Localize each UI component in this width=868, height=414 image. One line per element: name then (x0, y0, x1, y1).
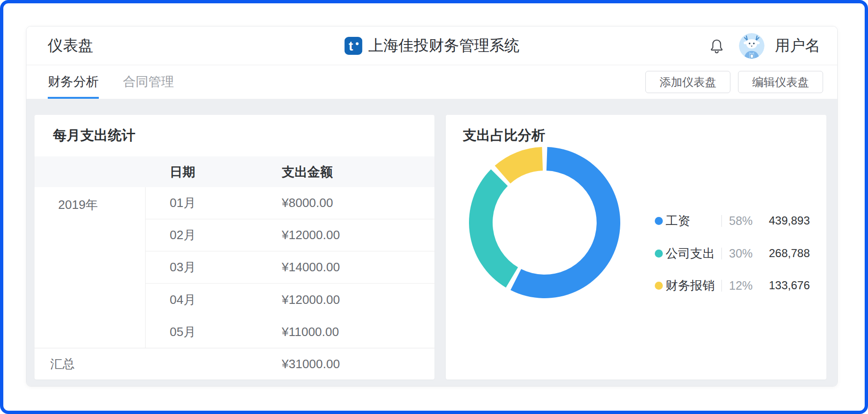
username[interactable]: 用户名 (775, 35, 820, 56)
legend-label: 公司支出 (666, 245, 721, 262)
donut-chart (464, 142, 625, 303)
month-cell: 01月 (170, 195, 282, 211)
legend-label: 财务报销 (666, 277, 721, 294)
legend-value: 133,676 (769, 279, 810, 292)
legend-label: 工资 (666, 213, 721, 229)
legend-divider (721, 215, 722, 227)
dashboard-content: 每月支出统计 日期 支出金额 2019年 01月 ¥8000.00 02月 ¥1… (26, 99, 837, 387)
deer-avatar-icon (739, 33, 764, 59)
tab-contract-management[interactable]: 合同管理 (123, 65, 174, 99)
avatar[interactable] (739, 33, 764, 59)
month-rows: 01月 ¥8000.00 02月 ¥12000.00 03月 ¥14000.00… (146, 187, 434, 348)
summary-label: 汇总 (50, 356, 75, 372)
legend-value: 439,893 (769, 214, 810, 227)
table-row: 01月 ¥8000.00 (146, 187, 434, 219)
month-cell: 03月 (170, 259, 282, 276)
page-title: 仪表盘 (48, 35, 93, 56)
legend-dot (655, 250, 663, 258)
legend-dot (655, 217, 663, 225)
legend-item-company-expense[interactable]: 公司支出 30% 268,788 (655, 244, 810, 262)
summary-row: 汇总 ¥31000.00 (35, 348, 434, 380)
legend-divider (721, 248, 722, 259)
edit-dashboard-button[interactable]: 编辑仪表盘 (738, 71, 823, 93)
legend-divider (721, 280, 722, 292)
amount-cell: ¥8000.00 (282, 196, 333, 210)
amount-cell: ¥12000.00 (282, 228, 340, 242)
summary-amount: ¥31000.00 (282, 357, 340, 371)
tab-financial-analysis[interactable]: 财务分析 (48, 65, 99, 99)
table-row: 05月 ¥11000.00 (146, 316, 434, 348)
month-cell: 02月 (170, 227, 282, 243)
legend-item-reimbursement[interactable]: 财务报销 12% 133,676 (655, 276, 810, 294)
monthly-expense-card: 每月支出统计 日期 支出金额 2019年 01月 ¥8000.00 02月 ¥1… (35, 115, 434, 380)
bell-icon[interactable] (709, 38, 725, 54)
legend-percent: 58% (729, 214, 762, 228)
legend-value: 268,788 (769, 247, 810, 260)
year-cell: 2019年 (35, 187, 146, 348)
table-row: 02月 ¥12000.00 (146, 219, 434, 251)
legend-dot (655, 282, 663, 290)
legend-percent: 30% (729, 247, 762, 260)
app-title: 上海佳投财务管理系统 (368, 35, 520, 56)
app-window: 仪表盘 t 上海佳投财务管理系统 (26, 26, 838, 387)
legend-item-salary[interactable]: 工资 58% 439,893 (655, 212, 810, 230)
table-row: 04月 ¥12000.00 (146, 284, 434, 316)
amount-column-header: 支出金额 (282, 164, 333, 181)
amount-cell: ¥11000.00 (282, 325, 339, 339)
expense-ratio-card: 支出占比分析 工资 58% 439,893 公司支出 30% 268,788 财… (446, 115, 826, 380)
amount-cell: ¥14000.00 (282, 260, 340, 275)
amount-cell: ¥12000.00 (282, 293, 340, 307)
table-row: 03月 ¥14000.00 (146, 251, 434, 284)
date-column-header: 日期 (170, 164, 282, 181)
donut-segment-公司支出[interactable] (469, 169, 518, 287)
expense-table-body: 2019年 01月 ¥8000.00 02月 ¥12000.00 03月 ¥14… (35, 187, 434, 348)
app-logo-icon: t (344, 37, 362, 55)
header-right: 用户名 (709, 33, 820, 59)
toolbar: 添加仪表盘 编辑仪表盘 (645, 65, 823, 99)
month-cell: 05月 (170, 324, 282, 340)
tab-label: 财务分析 (48, 73, 99, 90)
legend-percent: 12% (729, 279, 762, 293)
tab-bar: 财务分析 合同管理 添加仪表盘 编辑仪表盘 (26, 65, 837, 99)
card-title: 每月支出统计 (53, 126, 135, 145)
logo-glyph: t (348, 39, 353, 53)
brand: t 上海佳投财务管理系统 (344, 26, 520, 65)
add-dashboard-button[interactable]: 添加仪表盘 (645, 71, 730, 93)
app-header: 仪表盘 t 上海佳投财务管理系统 (26, 26, 837, 65)
tab-label: 合同管理 (123, 73, 174, 90)
expense-table-header: 日期 支出金额 (35, 156, 434, 187)
tabs: 财务分析 合同管理 (48, 65, 198, 99)
donut-segment-财务报销[interactable] (495, 147, 543, 183)
month-cell: 04月 (170, 292, 282, 308)
